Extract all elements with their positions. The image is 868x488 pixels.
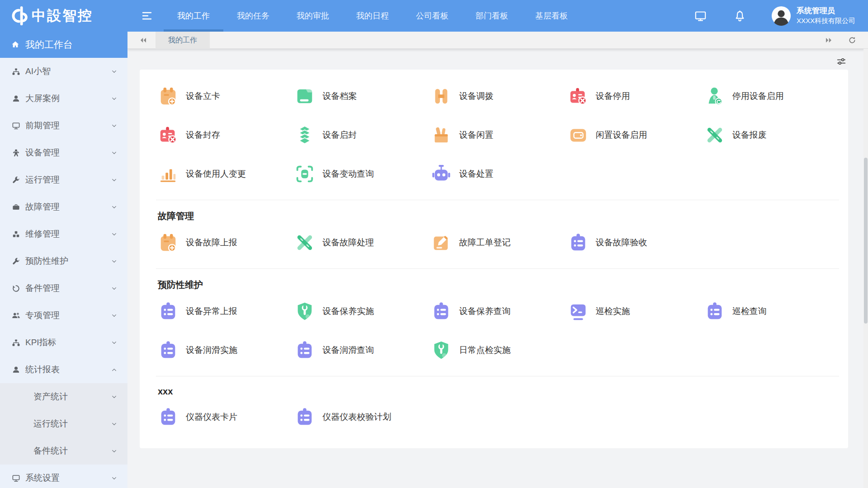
app-tile[interactable]: 设备润滑实施 bbox=[156, 331, 292, 370]
topnav-item[interactable]: 部门看板 bbox=[462, 0, 522, 32]
tabs-scroll-right-icon[interactable] bbox=[825, 36, 833, 44]
tabs-scroll-left-icon[interactable] bbox=[139, 36, 147, 44]
app-tile[interactable]: 设备保养查询 bbox=[429, 292, 566, 331]
topnav-item[interactable]: 我的工作 bbox=[164, 0, 223, 32]
bell-icon[interactable] bbox=[734, 10, 746, 22]
topnav-item[interactable]: 我的任务 bbox=[223, 0, 283, 32]
app-tile[interactable]: 巡检实施 bbox=[566, 292, 703, 331]
chevron-down-icon bbox=[111, 421, 118, 427]
chevron-down-icon bbox=[111, 258, 118, 265]
robot-icon bbox=[431, 164, 452, 184]
tools-x-icon bbox=[704, 125, 725, 145]
sidebar-item[interactable]: 设备管理 bbox=[0, 139, 127, 166]
sidebar-subitem-label: 备件统计 bbox=[33, 445, 68, 457]
sidebar-item[interactable]: KPI指标 bbox=[0, 329, 127, 356]
app-tile[interactable]: 设备停用 bbox=[566, 77, 703, 116]
app-tile[interactable]: 设备启封 bbox=[292, 116, 429, 155]
app-tile[interactable]: 仪器仪表卡片 bbox=[156, 398, 292, 436]
app-tile[interactable]: 设备档案 bbox=[292, 77, 429, 116]
users-icon bbox=[12, 311, 20, 320]
app-grid: 设备异常上报设备保养实施设备保养查询巡检实施巡检查询设备润滑实施设备润滑查询日常… bbox=[156, 292, 839, 370]
app-tile-label: 仪器仪表校验计划 bbox=[322, 411, 391, 423]
app-tile-label: 设备报废 bbox=[732, 129, 767, 141]
sidebar-item[interactable]: 前期管理 bbox=[0, 112, 127, 139]
app-tile-label: 设备调拨 bbox=[459, 90, 493, 102]
sidebar-item-label: 运行管理 bbox=[25, 174, 60, 186]
app-tile[interactable]: 设备保养实施 bbox=[292, 292, 429, 331]
clipboard-list-icon bbox=[704, 301, 725, 322]
sidebar-subitem[interactable]: 资产统计 bbox=[0, 383, 127, 410]
app-tile-label: 日常点检实施 bbox=[459, 344, 510, 356]
clipboard-list-icon bbox=[158, 407, 179, 427]
chevron-down-icon bbox=[111, 122, 118, 129]
app-tile[interactable]: 仪器仪表校验计划 bbox=[292, 398, 429, 436]
app-tile[interactable]: 设备封存 bbox=[156, 116, 292, 155]
chevron-down-icon bbox=[111, 150, 118, 156]
app-tile[interactable]: 设备处置 bbox=[429, 155, 566, 193]
app-tile-label: 设备保养查询 bbox=[459, 305, 510, 317]
sidebar-subitem[interactable]: 备件统计 bbox=[0, 437, 127, 465]
scrollbar-thumb[interactable] bbox=[864, 158, 868, 324]
section-title: xxx bbox=[158, 386, 837, 397]
sidebar-item[interactable]: 维修管理 bbox=[0, 221, 127, 248]
app-tile[interactable]: 日常点检实施 bbox=[429, 331, 566, 370]
sidebar-item[interactable]: 专项管理 bbox=[0, 302, 127, 329]
sidebar-item[interactable]: 预防性维护 bbox=[0, 248, 127, 275]
app-tile[interactable]: 设备立卡 bbox=[156, 77, 292, 116]
refresh-icon[interactable] bbox=[848, 36, 856, 44]
tab-my-work[interactable]: 我的工作 bbox=[156, 32, 210, 49]
content-toolbar bbox=[140, 53, 848, 70]
home-icon bbox=[11, 40, 20, 49]
topnav-item[interactable]: 基层看板 bbox=[522, 0, 581, 32]
brand: 中設智控 bbox=[0, 5, 127, 26]
app-tile[interactable]: 设备故障处理 bbox=[292, 223, 429, 262]
topnav-item[interactable]: 我的审批 bbox=[283, 0, 343, 32]
app-tile-label: 设备润滑查询 bbox=[322, 344, 374, 356]
avatar[interactable] bbox=[771, 6, 791, 26]
monitor-icon[interactable] bbox=[694, 10, 707, 22]
user-icon bbox=[12, 94, 20, 103]
sidebar: 我的工作台 AI小智大屏案例前期管理设备管理运行管理故障管理维修管理预防性维护备… bbox=[0, 32, 127, 488]
desktop-icon bbox=[12, 474, 20, 483]
app-tile[interactable]: 设备报废 bbox=[703, 116, 839, 155]
app-tile[interactable]: 巡检查询 bbox=[703, 292, 839, 331]
app-tile[interactable]: 闲置设备启用 bbox=[566, 116, 703, 155]
sidebar-item[interactable]: 大屏案例 bbox=[0, 85, 127, 112]
sidebar-item[interactable]: 备件管理 bbox=[0, 275, 127, 302]
menu-toggle-icon[interactable] bbox=[140, 10, 154, 21]
sidebar-subitem[interactable]: 运行统计 bbox=[0, 410, 127, 437]
app-tile[interactable]: 设备故障验收 bbox=[566, 223, 703, 262]
app-tile-label: 设备故障处理 bbox=[322, 237, 374, 249]
user-company: XXXX科技有限公司 bbox=[797, 16, 855, 25]
app-tile-label: 设备档案 bbox=[322, 90, 357, 102]
user-info[interactable]: 系统管理员 XXXX科技有限公司 bbox=[797, 6, 855, 25]
wallet-icon bbox=[568, 125, 589, 145]
chevron-down-icon bbox=[111, 312, 118, 319]
sidebar-item[interactable]: 故障管理 bbox=[0, 193, 127, 221]
sidebar-item[interactable]: 运行管理 bbox=[0, 166, 127, 193]
app-section: 设备立卡设备档案设备调拨设备停用停用设备启用设备封存设备启封设备闲置闲置设备启用… bbox=[156, 77, 839, 193]
app-tile[interactable]: 设备润滑查询 bbox=[292, 331, 429, 370]
app-tile[interactable]: 停用设备启用 bbox=[703, 77, 839, 116]
clipboard-list-icon bbox=[294, 407, 315, 427]
app-tile[interactable]: 设备异常上报 bbox=[156, 292, 292, 331]
sidebar-item[interactable]: 统计报表 bbox=[0, 356, 127, 383]
sidebar-item[interactable]: 系统设置 bbox=[0, 465, 127, 488]
topnav-item[interactable]: 公司看板 bbox=[402, 0, 462, 32]
app-tile[interactable]: 设备变动查询 bbox=[292, 155, 429, 193]
app-tile[interactable]: 设备故障上报 bbox=[156, 223, 292, 262]
person-refresh-icon bbox=[704, 86, 725, 107]
filter-icon[interactable] bbox=[836, 56, 846, 66]
sidebar-item-label: 备件管理 bbox=[25, 282, 60, 294]
app-tile[interactable]: 设备闲置 bbox=[429, 116, 566, 155]
sidebar-item-workbench[interactable]: 我的工作台 bbox=[0, 32, 127, 58]
app-tile[interactable]: 设备调拨 bbox=[429, 77, 566, 116]
app-tile[interactable]: 故障工单登记 bbox=[429, 223, 566, 262]
app-grid: 设备故障上报设备故障处理故障工单登记设备故障验收 bbox=[156, 223, 839, 262]
topnav-item[interactable]: 我的日程 bbox=[343, 0, 402, 32]
top-navbar: 中設智控 我的工作我的任务我的审批我的日程公司看板部门看板基层看板 系统管理员 … bbox=[0, 0, 868, 32]
chevron-down-icon bbox=[111, 177, 118, 183]
chevron-down-icon bbox=[111, 285, 118, 292]
sidebar-item[interactable]: AI小智 bbox=[0, 58, 127, 85]
app-tile[interactable]: 设备使用人变更 bbox=[156, 155, 292, 193]
